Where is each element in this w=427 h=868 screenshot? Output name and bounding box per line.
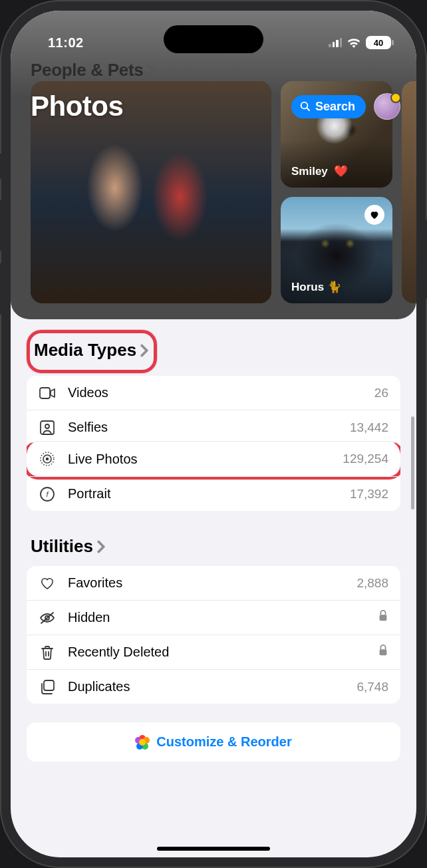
portrait-icon: f	[39, 487, 56, 502]
svg-rect-1	[40, 388, 50, 398]
row-videos[interactable]: Videos 26	[27, 376, 400, 410]
screen: 11:02 40 People & Pets	[11, 11, 416, 857]
content: Media Types Videos 26 Selfies	[11, 319, 416, 762]
people-pets-header[interactable]: People & Pets	[31, 60, 156, 80]
device-frame: 11:02 40 People & Pets	[0, 0, 427, 868]
heart-icon	[39, 577, 56, 590]
scrollbar[interactable]	[411, 416, 414, 509]
page-title: Photos	[31, 90, 123, 122]
svg-text:f: f	[46, 490, 49, 498]
row-live-photos[interactable]: Live Photos 129,254	[27, 441, 400, 480]
lock-icon	[378, 610, 388, 625]
chevron-right-icon	[96, 540, 106, 553]
row-portrait[interactable]: f Portrait 17,392	[27, 476, 400, 511]
media-types-card: Videos 26 Selfies 13,442 Live Photos 129…	[27, 376, 400, 511]
album-label: Horus	[291, 280, 341, 294]
home-indicator[interactable]	[157, 847, 270, 851]
chevron-right-icon	[139, 344, 150, 357]
svg-point-6	[46, 458, 49, 461]
cellular-icon	[329, 38, 342, 47]
profile-avatar[interactable]	[374, 93, 400, 120]
battery-icon: 40	[366, 36, 391, 49]
overlay-bar: Photos Search	[11, 90, 416, 122]
svg-rect-11	[380, 649, 387, 655]
wifi-icon	[347, 38, 360, 48]
selfie-icon	[39, 420, 56, 435]
row-duplicates[interactable]: Duplicates 6,748	[27, 669, 400, 704]
row-hidden[interactable]: Hidden	[27, 600, 400, 635]
svg-point-3	[45, 424, 49, 428]
status-time: 11:02	[48, 35, 84, 51]
video-icon	[39, 387, 56, 399]
lock-icon	[378, 645, 388, 660]
customize-reorder-button[interactable]: Customize & Reorder	[27, 722, 400, 762]
hidden-icon	[39, 611, 56, 625]
photos-app-icon	[135, 735, 150, 750]
livephoto-icon	[39, 451, 56, 467]
favorite-badge-icon[interactable]	[364, 205, 384, 225]
search-icon	[299, 100, 311, 112]
media-types-header[interactable]: Media Types	[27, 330, 157, 373]
svg-rect-2	[41, 421, 54, 434]
row-recently-deleted[interactable]: Recently Deleted	[27, 635, 400, 669]
duplicate-icon	[39, 680, 56, 694]
trash-icon	[39, 645, 56, 660]
utilities-header[interactable]: Utilities	[27, 529, 400, 566]
dynamic-island	[164, 25, 263, 53]
search-button[interactable]: Search	[291, 95, 366, 118]
svg-rect-10	[380, 615, 387, 621]
svg-rect-12	[44, 680, 54, 690]
album-label: Smiley	[291, 164, 348, 178]
row-favorites[interactable]: Favorites 2,888	[27, 566, 400, 600]
row-selfies[interactable]: Selfies 13,442	[27, 410, 400, 444]
album-horus[interactable]: Horus	[281, 197, 392, 303]
utilities-card: Favorites 2,888 Hidden Recent	[27, 566, 400, 704]
